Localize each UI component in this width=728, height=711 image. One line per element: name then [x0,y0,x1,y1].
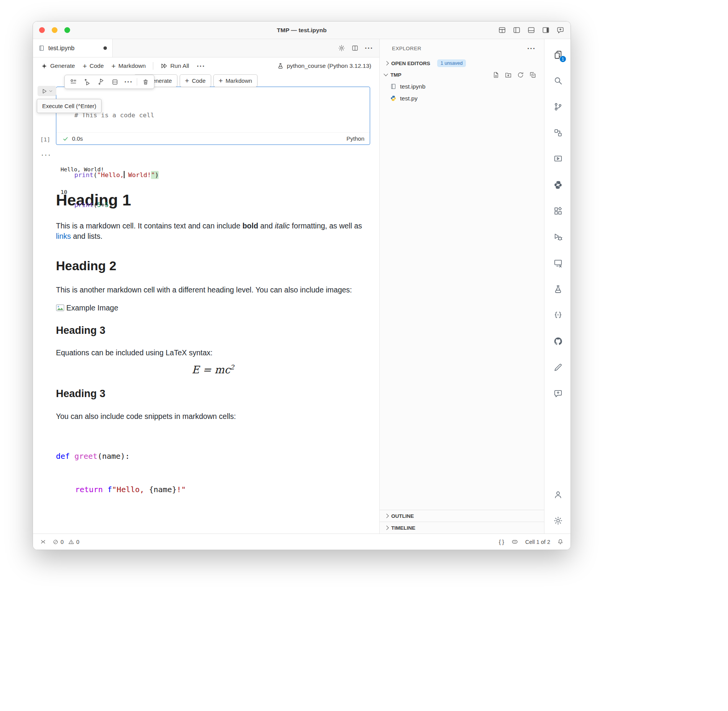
traffic-lights [39,27,70,33]
generate-button[interactable]: Generate [38,61,79,71]
activity-run-debug[interactable] [544,224,571,250]
customize-layout-icon[interactable] [498,26,506,34]
braces-indicator[interactable]: { } [499,539,504,545]
cell-more-actions-icon[interactable]: ··· [122,76,135,87]
markdown-code-block: defgreet(name): returnf"Hello, {name}!" [56,429,370,517]
zoom-window-button[interactable] [64,27,70,33]
paragraph-4: You can also include code snippets in ma… [56,411,370,422]
testing-flask-icon [553,284,563,294]
split-editor-icon[interactable] [351,44,359,52]
extensions-icon [553,206,563,216]
activity-chat[interactable] [544,380,571,406]
open-editors-section[interactable]: OPEN EDITORS 1 unsaved [380,57,544,69]
activity-remote-window[interactable] [544,250,571,276]
code-cell[interactable]: # This is a code cell print("Hello, Worl… [56,87,370,145]
remote-arrows-icon [40,539,46,545]
add-code-cell-button[interactable]: + Code [79,61,107,72]
problems-indicator[interactable]: 0 0 [52,539,79,545]
execution-info-icon[interactable] [67,76,80,87]
outline-section[interactable]: OUTLINE [380,510,544,522]
notebook-settings-gear-icon[interactable] [338,44,345,52]
activity-snippets[interactable] [544,302,571,328]
plus-icon: + [83,62,87,70]
timeline-section[interactable]: TIMELINE [380,522,544,534]
activity-source-control[interactable] [544,94,571,120]
file-name: test.ipynb [400,83,425,90]
activity-explorer[interactable]: 1 [544,41,571,67]
activity-extensions[interactable] [544,198,571,224]
output-more-actions[interactable]: ... [41,150,51,157]
execution-count: [1] [40,136,50,143]
activity-settings[interactable] [544,507,571,534]
cell-duration: 0.0s [72,135,83,142]
new-folder-icon[interactable] [505,71,512,79]
code-line: defgreet(name): [56,451,370,462]
bell-icon [557,539,564,545]
unsaved-dot-icon[interactable] [103,46,107,50]
activity-pen[interactable] [544,354,571,380]
new-file-icon[interactable] [492,71,500,79]
close-window-button[interactable] [39,27,45,33]
code-editor[interactable]: # This is a code cell print("Hello, Worl… [56,87,370,230]
chat-icon[interactable] [556,26,564,34]
remote-explorer-icon [553,128,563,138]
copilot-indicator[interactable] [511,538,518,545]
links-hyperlink[interactable]: links [56,232,71,240]
cell-language[interactable]: Python [346,135,364,142]
code-line-print-sum: print(5+5) [74,200,364,210]
toggle-panel-icon[interactable] [527,26,535,34]
delete-cell-icon[interactable] [139,76,152,87]
heading-2: Heading 2 [56,258,370,274]
cell-position-indicator[interactable]: Cell 1 of 2 [525,539,550,545]
insert-markdown-cell-button[interactable]: + Markdown [213,74,257,87]
activity-python[interactable] [544,172,571,198]
chevron-right-icon [384,514,389,518]
activity-remote-explorer[interactable] [544,120,571,146]
toolbar-separator [153,62,153,70]
activity-github[interactable] [544,328,571,354]
kernel-picker-button[interactable]: python_course (Python 3.12.13) [274,61,375,71]
add-markdown-cell-button[interactable]: + Markdown [108,61,149,72]
explorer-more-actions-icon[interactable]: ··· [527,45,536,52]
tab-test-ipynb[interactable]: test.ipynb [33,39,113,57]
cell-actions-toolbar: ··· [64,75,154,89]
minimize-window-button[interactable] [52,27,57,33]
explorer-sidebar: EXPLORER ··· OPEN EDITORS 1 unsaved TMP [380,39,544,534]
remote-indicator[interactable] [40,539,46,545]
toolbar-more-actions-button[interactable]: ··· [193,61,209,72]
split-cell-icon[interactable] [108,76,121,87]
chevron-down-icon [49,89,53,93]
folder-tmp-section[interactable]: TMP [380,69,544,80]
notebook-file-icon [390,83,397,90]
heading-3: Heading 3 [56,324,370,337]
run-all-button[interactable]: Run All [157,61,192,71]
warnings-icon [68,539,74,545]
chevron-down-icon [384,72,388,76]
activity-search[interactable] [544,67,571,94]
run-above-icon[interactable] [80,76,94,87]
plus-icon: + [111,62,116,70]
file-item-test-ipynb[interactable]: test.ipynb [380,80,544,92]
activity-testing[interactable] [544,276,571,302]
run-below-icon[interactable] [94,76,108,87]
file-item-test-py[interactable]: test.py [380,92,544,104]
heading-3: Heading 3 [56,388,370,400]
status-bar: 0 0 { } Cell 1 of 2 [33,534,571,550]
settings-gear-icon [553,516,563,525]
notifications-bell[interactable] [557,539,564,545]
activity-accounts[interactable] [544,481,571,507]
explorer-title: EXPLORER [392,46,421,51]
errors-icon [52,539,59,545]
toggle-primary-sidebar-icon[interactable] [513,26,521,34]
insert-code-cell-button[interactable]: + Code [180,74,211,87]
toolbar-separator [137,78,137,85]
chevron-right-icon [384,61,389,65]
explorer-badge: 1 [559,56,566,62]
editor-more-actions-icon[interactable]: ··· [365,44,373,52]
run-cell-button[interactable] [38,86,56,96]
activity-live-preview[interactable] [544,146,571,172]
kernel-icon [277,62,284,69]
refresh-icon[interactable] [517,71,524,79]
collapse-folders-icon[interactable] [529,71,536,79]
toggle-secondary-sidebar-icon[interactable] [542,26,550,34]
